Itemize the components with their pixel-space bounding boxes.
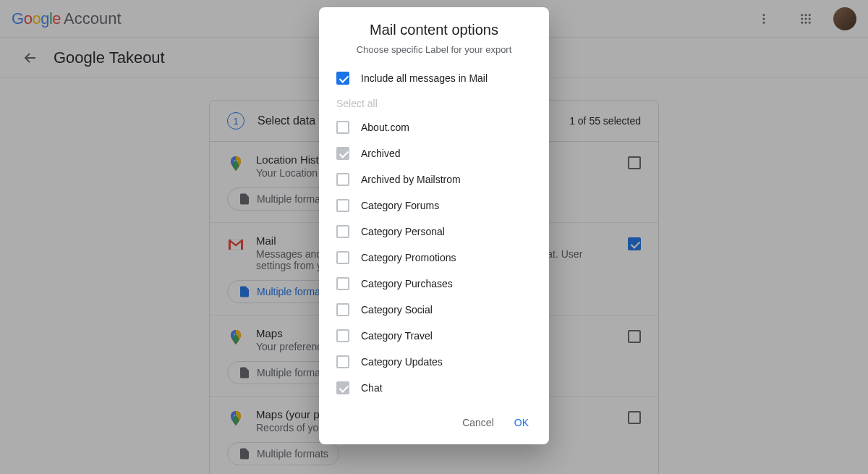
label-checkbox[interactable] [336,381,349,394]
label-checkbox[interactable] [336,173,349,186]
label-row: Category Promotions [336,245,532,271]
label-text: About.com [361,122,409,133]
label-text: Chat [361,382,383,394]
label-row: Archived by Mailstrom [336,166,532,192]
label-row: Category Travel [336,323,532,349]
dialog-subtitle: Choose specific Label for your export [319,44,549,65]
label-text: Category Personal [361,226,445,237]
label-checkbox[interactable] [336,121,349,134]
include-all-checkbox[interactable] [336,72,349,85]
label-checkbox[interactable] [336,199,349,212]
label-row: Archived [336,140,532,166]
label-checkbox[interactable] [336,303,349,316]
select-all-label[interactable]: Select all [336,98,378,109]
label-text: Category Social [361,304,433,316]
select-all-row: Select all [336,91,532,114]
label-row: About.com [336,114,532,140]
label-text: Archived [361,148,400,159]
label-text: Category Forums [361,200,439,211]
dialog-actions: Cancel OK [319,401,549,444]
label-row: Category Updates [336,349,532,375]
label-row: Category Social [336,297,532,323]
label-checkbox[interactable] [336,147,349,160]
label-list: About.comArchivedArchived by MailstromCa… [336,114,532,401]
cancel-button[interactable]: Cancel [455,411,501,434]
label-checkbox[interactable] [336,251,349,264]
label-checkbox[interactable] [336,355,349,368]
label-checkbox[interactable] [336,225,349,238]
label-checkbox[interactable] [336,329,349,342]
label-row: Category Personal [336,219,532,245]
label-text: Category Purchases [361,278,453,289]
dialog-body: Include all messages in Mail Select all … [319,65,549,401]
include-all-label: Include all messages in Mail [361,72,488,84]
label-text: Category Updates [361,356,443,368]
label-text: Category Travel [361,330,433,342]
ok-button[interactable]: OK [507,411,536,434]
dialog-title: Mail content options [319,7,549,44]
label-row: Category Forums [336,192,532,219]
mail-content-options-dialog: Mail content options Choose specific Lab… [319,7,549,444]
label-row: Chat [336,375,532,401]
label-checkbox[interactable] [336,277,349,290]
include-all-row: Include all messages in Mail [336,65,532,91]
label-row: Category Purchases [336,271,532,297]
label-text: Category Promotions [361,252,456,263]
label-text: Archived by Mailstrom [361,174,461,185]
